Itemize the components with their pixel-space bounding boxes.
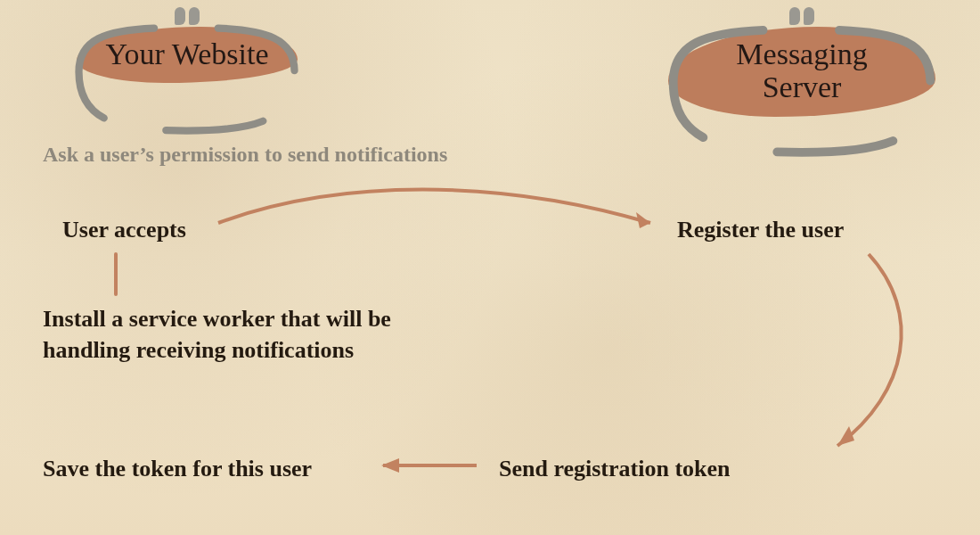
arrow-head: [837, 426, 854, 446]
quote-icon: [789, 7, 814, 25]
badge-your-website: Your Website: [53, 27, 321, 83]
badge-text: Your Website: [105, 37, 268, 70]
step-save-token: Save the token for this user: [43, 453, 312, 484]
arrow-accepts-to-register: [218, 190, 650, 224]
badge-messaging-server: Messaging Server: [668, 27, 935, 117]
step-install-worker: Install a service worker that will be ha…: [43, 303, 470, 366]
dashed-outline: [64, 18, 309, 141]
arrow-head: [636, 212, 650, 228]
arrow-register-to-send: [837, 254, 902, 446]
step-user-accepts: User accepts: [62, 214, 186, 245]
badge-text: Messaging Server: [736, 37, 867, 103]
quote-icon: [175, 7, 200, 25]
badge-label: Your Website: [77, 27, 297, 83]
step-send-token: Send registration token: [499, 453, 731, 484]
arrow-head: [381, 458, 399, 473]
step-register-user: Register the user: [677, 214, 844, 245]
subtitle: Ask a user’s permission to send notifica…: [43, 143, 447, 167]
badge-label: Messaging Server: [668, 27, 935, 117]
